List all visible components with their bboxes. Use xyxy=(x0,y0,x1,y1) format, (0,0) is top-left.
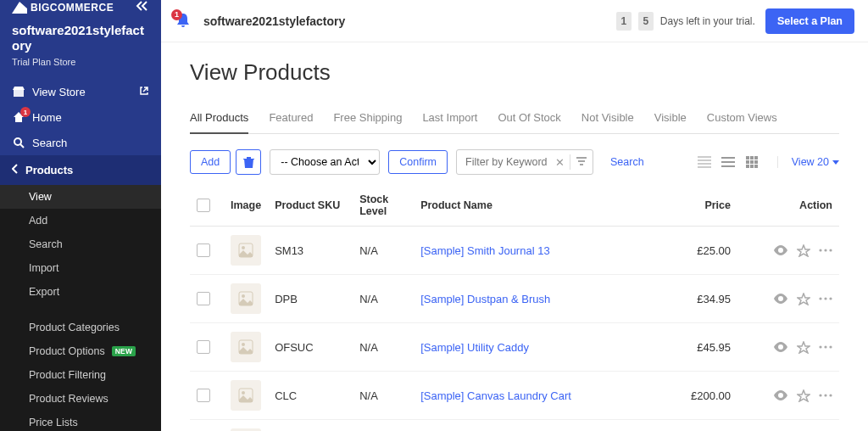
tab-custom-views[interactable]: Custom Views xyxy=(707,104,777,134)
main: 1 software2021stylefactory 1 5 Days left… xyxy=(161,0,868,431)
svg-point-22 xyxy=(242,343,245,346)
collapse-sidebar-icon[interactable] xyxy=(136,0,149,14)
view-count-dropdown[interactable]: View 20 xyxy=(777,156,839,168)
more-icon[interactable] xyxy=(819,297,832,300)
tab-out-of-stock[interactable]: Out Of Stock xyxy=(498,104,560,134)
notification-badge: 1 xyxy=(171,9,182,20)
table-row: CLCN/A[Sample] Canvas Laundry Cart£200.0… xyxy=(190,372,839,420)
cell-sku: CGLD xyxy=(268,420,353,432)
product-name-link[interactable]: [Sample] Dustpan & Brush xyxy=(420,293,550,305)
col-sku[interactable]: Product SKU xyxy=(268,187,353,227)
svg-rect-10 xyxy=(754,165,758,168)
star-icon[interactable] xyxy=(797,389,810,402)
cell-sku: OFSUC xyxy=(268,323,353,372)
svg-point-14 xyxy=(824,249,826,251)
col-stock[interactable]: Stock Level xyxy=(353,187,414,227)
new-badge: NEW xyxy=(112,346,136,356)
product-image[interactable] xyxy=(231,380,261,411)
action-select[interactable]: -- Choose an Action -- xyxy=(270,149,380,175)
sidebar-sub-reviews[interactable]: Product Reviews xyxy=(0,387,161,411)
tab-free-shipping[interactable]: Free Shipping xyxy=(333,104,402,134)
sidebar-section-products[interactable]: Products xyxy=(0,155,161,185)
sidebar-sub-add[interactable]: Add xyxy=(0,209,161,232)
cell-sku: SM13 xyxy=(268,227,353,275)
star-icon[interactable] xyxy=(797,341,810,354)
filter-input[interactable] xyxy=(465,156,550,168)
star-icon[interactable] xyxy=(797,293,810,305)
tab-featured[interactable]: Featured xyxy=(269,104,313,134)
svg-point-18 xyxy=(819,297,821,299)
sidebar-home[interactable]: 1 Home xyxy=(0,104,161,130)
home-icon: 1 xyxy=(12,110,25,124)
product-image[interactable] xyxy=(231,235,261,266)
search-button[interactable]: Search xyxy=(602,151,653,173)
add-button[interactable]: Add xyxy=(190,150,231,174)
table-row: DPBN/A[Sample] Dustpan & Brush£34.95 xyxy=(190,275,839,323)
view-list-dense-icon[interactable] xyxy=(694,152,715,172)
sidebar-sub-filtering[interactable]: Product Filtering xyxy=(0,363,161,387)
trial-digit-2: 5 xyxy=(638,12,654,31)
svg-rect-8 xyxy=(746,165,749,168)
sidebar-sub-import[interactable]: Import xyxy=(0,256,161,280)
visibility-icon[interactable] xyxy=(773,342,788,352)
product-name-link[interactable]: [Sample] Canvas Laundry Cart xyxy=(420,389,571,402)
svg-point-23 xyxy=(819,345,821,348)
svg-rect-5 xyxy=(746,160,749,164)
clear-filter-icon[interactable]: ✕ xyxy=(555,156,565,169)
confirm-button[interactable]: Confirm xyxy=(388,150,448,174)
product-image[interactable] xyxy=(231,283,261,314)
sidebar-sub-pricelists[interactable]: Price Lists xyxy=(0,411,161,431)
sidebar-view-store[interactable]: View Store xyxy=(0,79,161,104)
visibility-icon[interactable] xyxy=(773,245,788,255)
svg-point-1 xyxy=(14,138,21,145)
product-image[interactable] xyxy=(231,332,261,362)
cell-stock: N/A xyxy=(353,275,414,323)
col-name[interactable]: Product Name xyxy=(414,187,661,227)
filter-settings-icon[interactable] xyxy=(576,156,587,169)
svg-point-29 xyxy=(824,394,826,396)
sidebar-logo-row: BIGCOMMERCE xyxy=(0,0,161,14)
visibility-icon[interactable] xyxy=(773,390,788,400)
tab-not-visible[interactable]: Not Visible xyxy=(581,104,634,134)
tab-all-products[interactable]: All Products xyxy=(190,104,248,134)
col-image[interactable]: Image xyxy=(224,187,268,227)
select-plan-button[interactable]: Select a Plan xyxy=(765,8,854,34)
sidebar-sub-categories[interactable]: Product Categories xyxy=(0,316,161,339)
view-list-icon[interactable] xyxy=(718,152,738,172)
topbar: 1 software2021stylefactory 1 5 Days left… xyxy=(161,0,868,42)
notification-bell[interactable]: 1 xyxy=(175,12,193,31)
svg-rect-2 xyxy=(746,156,749,160)
sidebar-search[interactable]: Search xyxy=(0,130,161,155)
product-name-link[interactable]: [Sample] Utility Caddy xyxy=(420,341,529,354)
row-checkbox[interactable] xyxy=(197,292,210,305)
table-row: OFSUCN/A[Sample] Utility Caddy£45.95 xyxy=(190,323,839,372)
visibility-icon[interactable] xyxy=(773,294,788,304)
delete-button[interactable] xyxy=(236,149,261,175)
svg-point-20 xyxy=(829,297,832,299)
tab-visible[interactable]: Visible xyxy=(654,104,687,134)
tab-last-import[interactable]: Last Import xyxy=(422,104,477,134)
sidebar-sub-search[interactable]: Search xyxy=(0,232,161,256)
svg-point-19 xyxy=(824,297,826,299)
row-checkbox[interactable] xyxy=(197,243,210,257)
product-name-link[interactable]: [Sample] Smith Journal 13 xyxy=(420,244,549,257)
col-price[interactable]: Price xyxy=(661,187,737,227)
svg-point-15 xyxy=(829,249,832,251)
row-checkbox[interactable] xyxy=(197,340,210,354)
cell-price: £200.00 xyxy=(661,372,737,420)
store-name: software2021stylefactory xyxy=(12,23,149,53)
trial-digit-1: 1 xyxy=(616,12,632,31)
more-icon[interactable] xyxy=(819,345,832,349)
row-checkbox[interactable] xyxy=(197,389,210,402)
sidebar-sub-export[interactable]: Export xyxy=(0,280,161,304)
sidebar-sub-view[interactable]: View xyxy=(0,185,161,209)
more-icon[interactable] xyxy=(819,249,832,252)
cell-price: £25.00 xyxy=(661,227,737,275)
select-all-checkbox[interactable] xyxy=(197,199,210,212)
star-icon[interactable] xyxy=(797,244,810,257)
more-icon[interactable] xyxy=(819,394,832,397)
view-grid-icon[interactable] xyxy=(742,152,762,172)
sidebar-sub-options[interactable]: Product Options NEW xyxy=(0,339,161,363)
table-row: CGLDN/A[Sample] Laundry Detergent£29.95 xyxy=(190,420,839,432)
search-icon xyxy=(12,136,25,149)
